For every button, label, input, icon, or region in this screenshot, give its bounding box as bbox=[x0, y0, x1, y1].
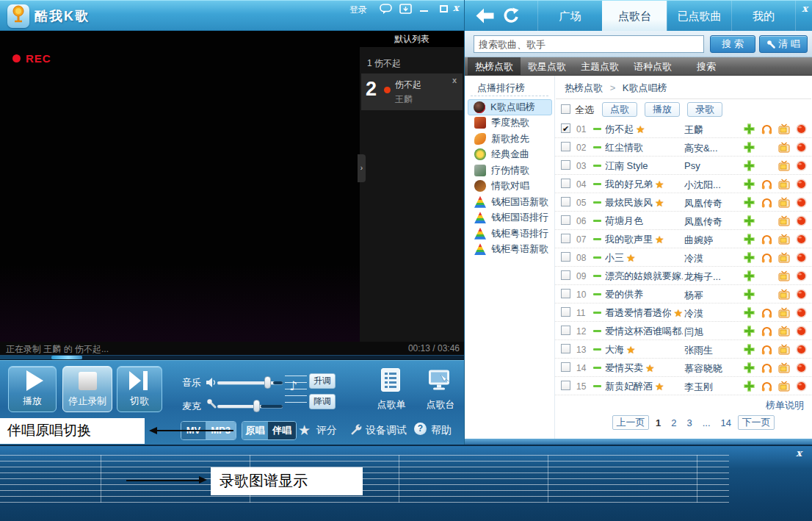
record-icon[interactable] bbox=[796, 326, 808, 337]
add-song-icon[interactable] bbox=[744, 362, 755, 374]
song-checkbox[interactable]: ✔ bbox=[561, 234, 570, 243]
chart-list-item[interactable]: 钱柜国语排行 bbox=[468, 210, 552, 226]
listen-icon[interactable] bbox=[761, 252, 773, 264]
listen-icon[interactable] bbox=[761, 326, 773, 337]
chart-list-item[interactable]: 钱柜粤语新歌 bbox=[468, 242, 552, 258]
listen-icon[interactable] bbox=[761, 179, 773, 190]
add-song-icon[interactable] bbox=[744, 123, 755, 135]
breadcrumb-parent[interactable]: 热榜点歌 bbox=[565, 82, 603, 93]
mv-icon[interactable] bbox=[778, 289, 790, 301]
play-selected-button[interactable]: 播放 bbox=[645, 102, 680, 117]
category-tab[interactable]: 语种点歌 bbox=[626, 57, 679, 75]
song-checkbox[interactable]: ✔ bbox=[561, 381, 570, 390]
chart-list-item[interactable]: 新歌抢先 bbox=[468, 131, 552, 147]
song-checkbox[interactable]: ✔ bbox=[561, 160, 570, 170]
page-number[interactable]: 1 bbox=[656, 417, 661, 428]
remove-item-icon[interactable]: x bbox=[452, 76, 457, 85]
chart-info-link[interactable]: 榜单说明 bbox=[766, 399, 804, 412]
spectrum-close-icon[interactable]: x bbox=[796, 448, 802, 459]
record-icon[interactable] bbox=[796, 197, 808, 209]
song-title[interactable]: 小三 bbox=[605, 251, 624, 265]
listen-icon[interactable] bbox=[761, 362, 773, 374]
record-icon[interactable] bbox=[796, 289, 808, 301]
prev-page-button[interactable]: 上一页 bbox=[612, 415, 649, 430]
playlist-current-item[interactable]: 2 伤不起 王麟 x bbox=[361, 73, 463, 110]
listen-icon[interactable] bbox=[761, 197, 773, 209]
chart-list-item[interactable]: 情歌对唱 bbox=[468, 179, 552, 195]
add-song-icon[interactable] bbox=[744, 381, 755, 392]
song-checkbox[interactable]: ✔ bbox=[561, 362, 570, 372]
mv-icon[interactable] bbox=[778, 215, 790, 227]
song-checkbox[interactable]: ✔ bbox=[561, 344, 570, 353]
chart-list-item[interactable]: K歌点唱榜 bbox=[468, 99, 552, 115]
record-icon[interactable] bbox=[796, 123, 808, 135]
song-title[interactable]: 江南 Style bbox=[605, 159, 648, 173]
add-song-icon[interactable] bbox=[744, 142, 755, 154]
mv-icon[interactable] bbox=[778, 326, 790, 337]
order-song-button[interactable]: 点歌 bbox=[602, 102, 637, 117]
listen-icon[interactable] bbox=[761, 381, 773, 392]
collapse-panel-handle[interactable]: › bbox=[358, 154, 366, 182]
accompaniment-toggle[interactable]: 伴唱 bbox=[268, 422, 296, 439]
add-song-icon[interactable] bbox=[744, 215, 755, 227]
browser-close-icon[interactable]: x bbox=[802, 3, 808, 14]
song-title[interactable]: 我的好兄弟 bbox=[605, 178, 653, 191]
song-checkbox[interactable]: ✔ bbox=[561, 197, 570, 206]
page-number[interactable]: 14 bbox=[721, 417, 731, 428]
mv-icon[interactable] bbox=[778, 381, 790, 392]
song-checkbox[interactable]: ✔ bbox=[561, 289, 570, 298]
next-song-button[interactable]: 切歌 bbox=[117, 366, 162, 412]
song-checkbox[interactable]: ✔ bbox=[561, 307, 570, 317]
maximize-button[interactable] bbox=[440, 5, 451, 16]
refresh-icon[interactable] bbox=[503, 7, 519, 26]
mv-icon[interactable] bbox=[778, 270, 790, 282]
search-button[interactable]: 搜 索 bbox=[710, 35, 755, 53]
chart-list-item[interactable]: 钱柜国语新歌 bbox=[468, 194, 552, 210]
mv-icon[interactable] bbox=[778, 197, 790, 209]
song-stage-button[interactable]: 点歌台 bbox=[418, 398, 463, 412]
pitch-down-button[interactable]: 降调 bbox=[309, 394, 336, 409]
category-tab[interactable]: 歌星点歌 bbox=[521, 57, 573, 75]
chart-list-item[interactable]: 疗伤情歌 bbox=[468, 162, 552, 179]
song-stage-icon[interactable] bbox=[427, 369, 451, 394]
back-icon[interactable] bbox=[475, 7, 495, 27]
mv-icon[interactable] bbox=[778, 362, 790, 374]
login-button[interactable]: 登录 bbox=[349, 4, 367, 16]
help-icon[interactable]: ? bbox=[414, 423, 427, 435]
song-checkbox[interactable]: ✔ bbox=[561, 215, 570, 225]
song-checkbox[interactable]: ✔ bbox=[561, 326, 570, 335]
mic-volume-thumb[interactable] bbox=[253, 400, 260, 412]
page-number[interactable]: ... bbox=[703, 417, 711, 428]
listen-icon[interactable] bbox=[761, 234, 773, 245]
device-debug-button[interactable]: 设备调试 bbox=[366, 424, 407, 437]
progress-bar[interactable] bbox=[0, 355, 464, 360]
add-song-icon[interactable] bbox=[744, 179, 755, 190]
listen-icon[interactable] bbox=[761, 344, 773, 356]
original-vocal-toggle[interactable]: 原唱 bbox=[242, 422, 268, 439]
chart-list-item[interactable]: 经典金曲 bbox=[468, 147, 552, 163]
search-input[interactable] bbox=[474, 35, 704, 53]
music-volume-thumb[interactable] bbox=[264, 376, 271, 389]
help-button[interactable]: 帮助 bbox=[431, 424, 452, 437]
pitch-up-button[interactable]: 升调 bbox=[309, 373, 336, 389]
mv-icon[interactable] bbox=[778, 123, 790, 135]
song-list-icon[interactable] bbox=[380, 367, 401, 395]
select-all-checkbox[interactable]: ✔ bbox=[561, 104, 570, 114]
song-title[interactable]: 我的歌声里 bbox=[605, 233, 653, 246]
next-page-button[interactable]: 下一页 bbox=[738, 415, 775, 430]
song-checkbox[interactable]: ✔ bbox=[561, 179, 570, 188]
add-song-icon[interactable] bbox=[744, 326, 755, 337]
record-icon[interactable] bbox=[796, 234, 808, 245]
add-song-icon[interactable] bbox=[744, 344, 755, 356]
mv-icon[interactable] bbox=[778, 344, 790, 356]
page-number[interactable]: 2 bbox=[671, 417, 676, 428]
mv-icon[interactable] bbox=[778, 252, 790, 264]
record-icon[interactable] bbox=[796, 142, 808, 154]
page-number[interactable]: 3 bbox=[686, 417, 692, 428]
add-song-icon[interactable] bbox=[744, 197, 755, 209]
wrench-icon[interactable] bbox=[349, 423, 362, 439]
browser-tab[interactable]: 已点歌曲 bbox=[667, 1, 731, 32]
browser-tab[interactable]: 我的 bbox=[731, 1, 796, 32]
add-song-icon[interactable] bbox=[744, 160, 755, 172]
add-song-icon[interactable] bbox=[744, 234, 755, 245]
